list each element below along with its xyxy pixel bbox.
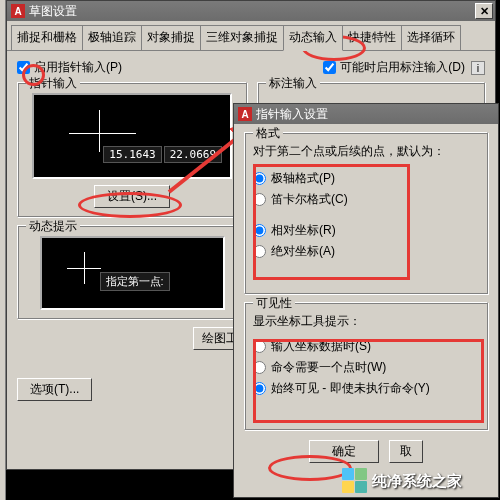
tab-quick-properties[interactable]: 快捷特性 [342, 25, 402, 50]
tab-selection-cycling[interactable]: 选择循环 [401, 25, 461, 50]
pointer-input-legend: 指针输入 [26, 75, 80, 92]
visibility-caption: 显示坐标工具提示： [253, 313, 479, 330]
enable-pointer-input-check[interactable]: 启用指针输入(P) [17, 59, 122, 76]
visibility-legend: 可见性 [253, 295, 295, 312]
app-icon: A [238, 107, 252, 121]
sub-window-title: 指针输入设置 [256, 106, 496, 123]
radio-on-data[interactable]: 输入坐标数据时(S) [253, 338, 479, 355]
visibility-group: 可见性 显示坐标工具提示： 输入坐标数据时(S) 命令需要一个点时(W) 始终可… [244, 302, 488, 430]
enable-dim-input-checkbox[interactable] [323, 61, 336, 74]
radio-relative[interactable]: 相对坐标(R) [253, 222, 479, 239]
watermark: 纯净系统之家 [342, 468, 462, 494]
tabstrip: 捕捉和栅格 极轴追踪 对象捕捉 三维对象捕捉 动态输入 快捷特性 选择循环 [7, 21, 495, 51]
tab-polar-tracking[interactable]: 极轴追踪 [82, 25, 142, 50]
pointer-input-settings-button[interactable]: 设置(S)... [94, 185, 170, 208]
pointer-input-group: 指针输入 15.1643 22.0669 设置(S)... [17, 82, 247, 217]
coord-y: 22.0669 [164, 146, 222, 163]
radio-polar[interactable]: 极轴格式(P) [253, 170, 479, 187]
close-icon[interactable]: ✕ [475, 3, 493, 19]
titlebar-main: A 草图设置 ✕ [7, 1, 495, 21]
radio-cartesian[interactable]: 笛卡尔格式(C) [253, 191, 479, 208]
dynamic-prompt-text: 指定第一点: [100, 272, 170, 291]
pointer-input-preview: 15.1643 22.0669 [32, 93, 232, 179]
dynamic-prompt-legend: 动态提示 [26, 218, 80, 235]
cancel-button[interactable]: 取 [389, 440, 423, 463]
ok-button[interactable]: 确定 [309, 440, 379, 463]
tab-object-snap[interactable]: 对象捕捉 [141, 25, 201, 50]
format-group: 格式 对于第二个点或后续的点，默认为： 极轴格式(P) 笛卡尔格式(C) 相对坐… [244, 132, 488, 294]
tab-snap-grid[interactable]: 捕捉和栅格 [11, 25, 83, 50]
pointer-input-settings-dialog: A 指针输入设置 格式 对于第二个点或后续的点，默认为： 极轴格式(P) 笛卡尔… [233, 103, 499, 498]
tab-dynamic-input[interactable]: 动态输入 [283, 25, 343, 51]
enable-dim-input-check[interactable]: 可能时启用标注输入(D) i [323, 59, 485, 76]
app-icon: A [11, 4, 25, 18]
options-button[interactable]: 选项(T)... [17, 378, 92, 401]
titlebar-sub: A 指针输入设置 [234, 104, 498, 124]
coord-x: 15.1643 [103, 146, 161, 163]
enable-dim-input-label: 可能时启用标注输入(D) [340, 59, 465, 76]
radio-absolute[interactable]: 绝对坐标(A) [253, 243, 479, 260]
dynamic-prompt-preview: 指定第一点: [40, 236, 225, 310]
pointer-settings-pane: 格式 对于第二个点或后续的点，默认为： 极轴格式(P) 笛卡尔格式(C) 相对坐… [234, 124, 498, 473]
tab-3d-object-snap[interactable]: 三维对象捕捉 [200, 25, 284, 50]
dynamic-prompt-group: 动态提示 指定第一点: [17, 225, 247, 319]
watermark-logo-icon [342, 468, 368, 494]
enable-pointer-input-checkbox[interactable] [17, 61, 30, 74]
enable-pointer-input-label: 启用指针输入(P) [34, 59, 122, 76]
info-icon[interactable]: i [471, 61, 485, 75]
dim-input-legend: 标注输入 [266, 75, 320, 92]
watermark-text: 纯净系统之家 [372, 472, 462, 491]
radio-on-need[interactable]: 命令需要一个点时(W) [253, 359, 479, 376]
format-legend: 格式 [253, 125, 283, 142]
radio-always[interactable]: 始终可见 - 即使未执行命令(Y) [253, 380, 479, 397]
window-title: 草图设置 [29, 3, 475, 20]
format-caption: 对于第二个点或后续的点，默认为： [253, 143, 479, 160]
